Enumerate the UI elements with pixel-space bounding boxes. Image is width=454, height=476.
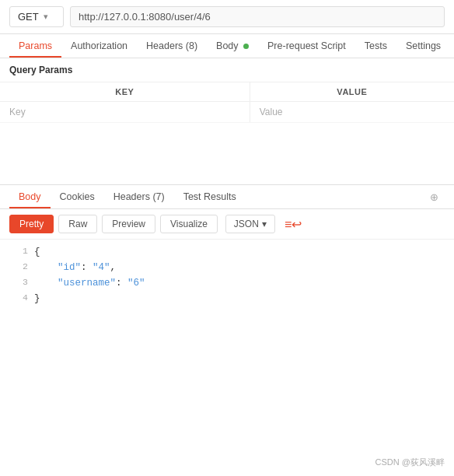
table-row: Key Value	[0, 102, 454, 123]
request-tabs-bar: Params Authorization Headers (8) Body Pr…	[0, 34, 454, 58]
pretty-button[interactable]: Pretty	[9, 215, 54, 233]
response-tab-test-results[interactable]: Test Results	[174, 185, 246, 208]
method-label: GET	[18, 11, 39, 23]
format-json-select[interactable]: JSON ▾	[225, 215, 275, 233]
json-chevron-icon: ▾	[262, 219, 267, 229]
line-number: 4	[6, 291, 28, 305]
tab-pre-request[interactable]: Pre-request Script	[258, 34, 355, 58]
globe-icon[interactable]: ⊕	[424, 188, 445, 206]
col-header-key: KEY	[0, 82, 250, 102]
json-brace-close: }	[34, 291, 40, 306]
tab-authorization[interactable]: Authorization	[61, 34, 137, 58]
line-number: 1	[6, 244, 28, 258]
json-key-username: "username": "6"	[34, 275, 145, 291]
preview-button[interactable]: Preview	[102, 215, 155, 233]
method-select[interactable]: GET ▾	[9, 6, 64, 27]
tab-tests[interactable]: Tests	[355, 34, 396, 58]
json-line-1: 1 {	[0, 244, 454, 260]
response-tab-body[interactable]: Body	[9, 185, 51, 208]
params-table: KEY VALUE Key Value	[0, 82, 454, 123]
response-tab-headers[interactable]: Headers (7)	[104, 185, 174, 208]
json-key-text: "username"	[34, 278, 116, 289]
tab-body[interactable]: Body	[207, 34, 258, 58]
tab-params[interactable]: Params	[9, 34, 61, 58]
json-key-id: "id": "4",	[34, 260, 116, 275]
query-params-title: Query Params	[0, 58, 454, 82]
json-body: 1 { 2 "id": "4", 3 "username": "6" 4 }	[0, 240, 454, 311]
body-dot-indicator	[243, 44, 249, 49]
col-header-value: VALUE	[250, 82, 454, 102]
json-brace-open: {	[34, 244, 40, 260]
footer-watermark: CSDN @荻风溪畔	[375, 457, 445, 468]
line-number: 2	[6, 260, 28, 274]
top-bar: GET ▾	[0, 0, 454, 34]
json-line-4: 4 }	[0, 291, 454, 306]
json-value-id: "4"	[93, 262, 110, 273]
method-chevron-icon: ▾	[44, 12, 48, 22]
wrap-icon[interactable]: ≡↩	[285, 217, 302, 232]
format-bar: Pretty Raw Preview Visualize JSON ▾ ≡↩	[0, 209, 454, 240]
response-tab-cookies[interactable]: Cookies	[51, 185, 104, 208]
url-input[interactable]	[70, 6, 445, 27]
json-value-username: "6"	[127, 278, 145, 289]
raw-button[interactable]: Raw	[58, 215, 97, 233]
value-cell[interactable]: Value	[250, 102, 454, 123]
tab-settings[interactable]: Settings	[396, 34, 450, 58]
json-line-2: 2 "id": "4",	[0, 260, 454, 275]
visualize-button[interactable]: Visualize	[160, 215, 218, 233]
json-line-3: 3 "username": "6"	[0, 275, 454, 291]
response-tabs-bar: Body Cookies Headers (7) Test Results ⊕	[0, 185, 454, 209]
json-key-text: "id"	[34, 262, 81, 273]
line-number: 3	[6, 275, 28, 289]
key-cell[interactable]: Key	[0, 102, 250, 123]
empty-spacer	[0, 123, 454, 185]
tab-headers[interactable]: Headers (8)	[137, 34, 207, 58]
